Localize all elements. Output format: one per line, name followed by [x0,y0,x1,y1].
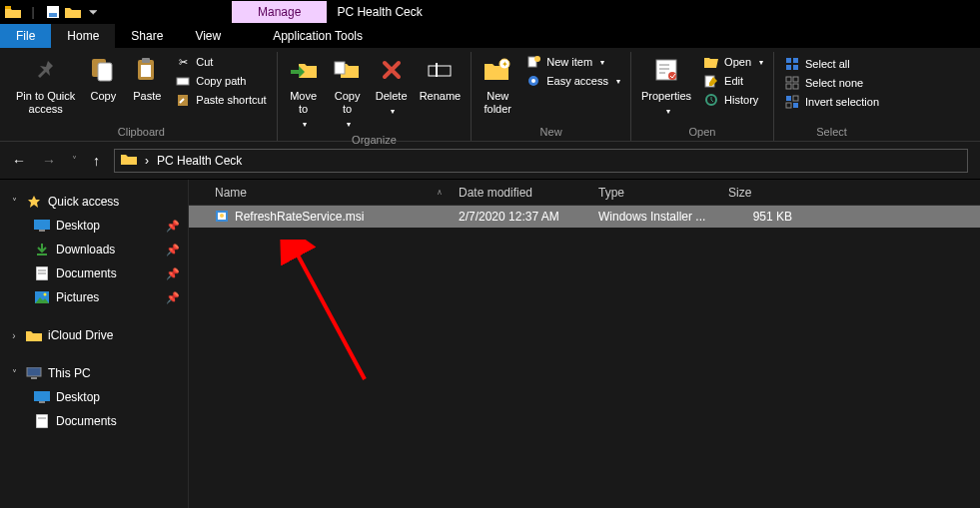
svg-rect-27 [786,77,791,82]
chevron-down-icon: ▾ [347,120,351,130]
chevron-down-icon[interactable]: ˅ [8,368,20,379]
copy-path-button[interactable]: Copy path [175,73,266,89]
paste-button[interactable]: Paste [125,52,169,105]
svg-rect-23 [786,58,791,63]
msi-file-icon [215,209,229,226]
svg-rect-26 [793,65,798,70]
sort-asc-icon: ∧ [437,188,443,197]
svg-point-51 [220,214,224,218]
desktop-icon [34,219,50,233]
pin-icon: 📌 [166,244,180,256]
svg-rect-34 [793,103,798,108]
svg-rect-43 [27,367,41,376]
edit-button[interactable]: Edit [703,73,763,89]
qat-dropdown-icon[interactable]: ⏷ [84,3,102,21]
address-bar[interactable]: › PC Health Ceck [114,149,968,173]
new-item-icon [525,54,541,70]
sidebar-desktop[interactable]: Desktop 📌 [0,214,188,238]
svg-rect-25 [786,65,791,70]
history-button[interactable]: History [703,92,763,108]
select-all-icon [784,56,800,72]
column-size[interactable]: Size [720,186,800,200]
navigation-bar: ← → ˅ ↑ › PC Health Ceck [0,142,980,180]
pin-icon: 📌 [166,267,180,280]
open-folder-icon[interactable] [64,3,82,21]
sidebar-icloud-drive[interactable]: › iCloud Drive [0,323,188,347]
sidebar-downloads[interactable]: Downloads 📌 [0,238,188,261]
svg-rect-36 [39,230,45,232]
breadcrumb-current[interactable]: PC Health Ceck [157,154,242,168]
move-to-button[interactable]: Move to▾ [282,52,326,132]
column-type[interactable]: Type [590,186,720,200]
delete-icon [376,54,408,86]
copy-button[interactable]: Copy [81,52,125,105]
title-bar: | ⏷ Manage PC Health Ceck [0,0,980,24]
chevron-down-icon: ▾ [600,58,604,67]
select-group-label: Select [816,124,847,141]
move-to-icon [288,54,320,86]
sidebar-pictures[interactable]: Pictures 📌 [0,285,188,309]
chevron-down-icon: ▾ [759,58,763,67]
svg-point-18 [531,79,535,83]
svg-rect-29 [786,84,791,89]
nav-up-button[interactable]: ↑ [93,153,100,169]
documents-icon [34,414,50,428]
easy-access-button[interactable]: Easy access ▾ [525,73,620,89]
sidebar-tp-documents[interactable]: Documents [0,409,188,433]
svg-point-16 [534,56,540,62]
properties-button[interactable]: Properties▾ [635,52,697,119]
sidebar-documents[interactable]: Documents 📌 [0,261,188,285]
nav-back-button[interactable]: ← [12,153,26,169]
rename-button[interactable]: Rename [414,52,468,105]
open-group-label: Open [689,124,716,141]
folder-icon [4,3,22,21]
chevron-down-icon[interactable]: ˅ [8,197,20,208]
ribbon: Pin to Quick access Copy Paste ✂ Cut [0,48,980,142]
nav-history-dropdown[interactable]: ˅ [72,155,77,166]
nav-forward-button[interactable]: → [42,153,56,169]
svg-rect-30 [793,84,798,89]
edit-icon [703,73,719,89]
navigation-pane: ˅ Quick access Desktop 📌 Downloads 📌 Doc [0,180,188,508]
paste-shortcut-button[interactable]: Paste shortcut [175,92,266,108]
sidebar-quick-access[interactable]: ˅ Quick access [0,190,188,214]
invert-selection-button[interactable]: Invert selection [784,94,879,110]
save-icon[interactable] [44,3,62,21]
select-none-button[interactable]: Select none [784,75,879,91]
select-none-icon [784,75,800,91]
copy-to-icon [332,54,364,86]
cut-button[interactable]: ✂ Cut [175,54,266,70]
file-row[interactable]: RefreshRateService.msi 2/7/2020 12:37 AM… [189,206,980,228]
properties-icon [650,54,682,86]
svg-rect-28 [793,77,798,82]
pin-quick-access-button[interactable]: Pin to Quick access [10,52,81,118]
tab-application-tools[interactable]: Application Tools [257,24,379,48]
computer-icon [26,366,42,380]
column-date[interactable]: Date modified [451,186,590,200]
pin-label: Pin to Quick access [16,90,75,116]
new-item-button[interactable]: New item ▾ [525,54,620,70]
tab-file[interactable]: File [0,24,51,48]
breadcrumb-sep: › [145,154,149,168]
paste-label: Paste [133,90,161,103]
new-folder-button[interactable]: ✦ New folder [476,52,519,118]
tab-home[interactable]: Home [51,24,115,48]
chevron-right-icon[interactable]: › [8,330,20,341]
divider-icon: | [24,3,42,21]
tab-view[interactable]: View [179,24,237,48]
delete-button[interactable]: Delete▾ [370,52,414,119]
copy-to-button[interactable]: Copy to▾ [326,52,370,132]
paste-shortcut-icon [175,92,191,108]
open-button[interactable]: Open ▾ [703,54,763,70]
svg-rect-44 [31,377,37,379]
file-size: 951 KB [720,210,800,224]
tab-share[interactable]: Share [115,24,179,48]
chevron-down-icon: ▾ [303,120,307,130]
sidebar-this-pc[interactable]: ˅ This PC [0,361,188,385]
context-tab-manage[interactable]: Manage [232,1,327,23]
column-name[interactable]: Name ∧ [207,186,451,200]
new-group-label: New [540,124,562,141]
ribbon-group-clipboard: Pin to Quick access Copy Paste ✂ Cut [6,52,278,141]
sidebar-tp-desktop[interactable]: Desktop [0,385,188,409]
select-all-button[interactable]: Select all [784,56,879,72]
